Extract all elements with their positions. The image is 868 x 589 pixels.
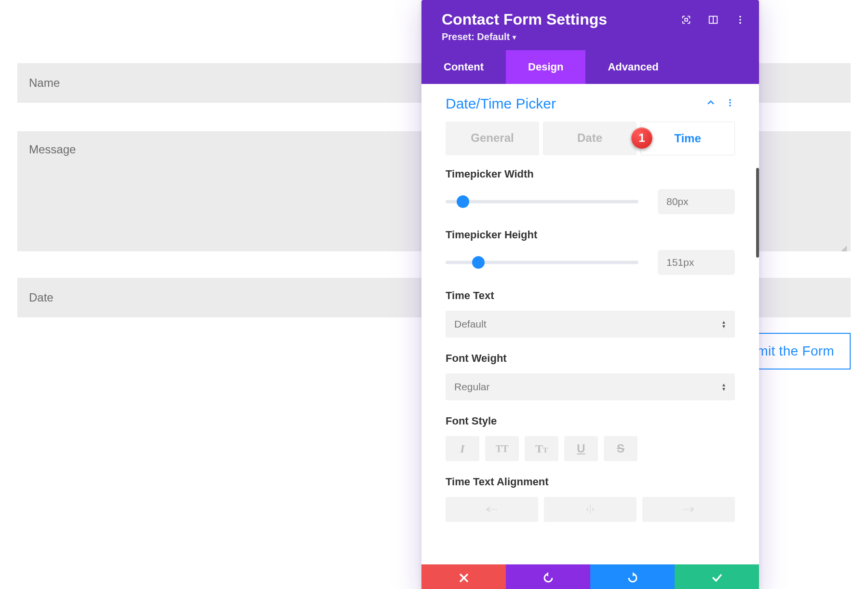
align-left-button[interactable] [446, 497, 538, 522]
value-timepicker-width[interactable]: 80px [658, 189, 735, 214]
font-style-uppercase-button[interactable]: TT [485, 436, 519, 461]
tab-advanced[interactable]: Advanced [585, 50, 680, 84]
scrollbar-thumb[interactable] [756, 168, 759, 258]
subtab-general[interactable]: General [446, 122, 539, 155]
tab-label: Content [444, 61, 484, 73]
select-caret-icon: ▲▼ [721, 383, 726, 391]
undo-button[interactable] [506, 564, 590, 589]
main-tabs: Content Design Advanced [421, 50, 759, 84]
check-icon [711, 572, 723, 586]
panel-header: Contact Form Settings Preset: Default ▾ [421, 0, 759, 50]
font-style-strikethrough-button[interactable]: S [604, 436, 637, 461]
select-value: Default [454, 318, 487, 330]
more-icon[interactable] [735, 14, 746, 25]
tab-label: Design [528, 61, 563, 73]
name-placeholder: Name [29, 76, 60, 90]
panel-footer [421, 564, 759, 589]
save-button[interactable] [675, 564, 759, 589]
svg-point-6 [729, 99, 731, 101]
redo-button[interactable] [590, 564, 675, 589]
value-text: 80px [666, 196, 689, 207]
columns-icon[interactable] [708, 14, 719, 25]
redo-icon [627, 572, 638, 586]
label-text-alignment: Time Text Alignment [446, 476, 735, 488]
section-title: Date/Time Picker [446, 96, 556, 112]
date-placeholder: Date [29, 291, 54, 304]
cancel-button[interactable] [421, 564, 506, 589]
font-style-underline-button[interactable]: U [564, 436, 598, 461]
field-font-weight: Font Weight Regular ▲▼ [446, 352, 735, 400]
settings-scroll-area: Timepicker Width 80px Timepicker Height [421, 168, 759, 536]
align-right-button[interactable] [642, 497, 735, 522]
svg-point-3 [739, 16, 741, 18]
svg-point-8 [729, 105, 731, 107]
submit-label: mit the Form [757, 343, 834, 358]
select-font-weight[interactable]: Regular ▲▼ [446, 373, 735, 400]
subtab-label: Date [577, 131, 602, 144]
svg-rect-0 [685, 18, 688, 21]
field-font-style: Font Style I TT TT U S [446, 415, 735, 461]
label-font-weight: Font Weight [446, 352, 735, 365]
caret-down-icon: ▾ [513, 33, 516, 41]
annotation-badge: 1 [631, 127, 652, 149]
slider-timepicker-width[interactable] [446, 197, 638, 206]
svg-point-5 [739, 22, 741, 24]
close-icon [458, 572, 470, 586]
chevron-up-icon[interactable] [706, 98, 716, 110]
tab-label: Advanced [608, 61, 658, 73]
select-time-text[interactable]: Default ▲▼ [446, 311, 735, 338]
subtab-time[interactable]: 1 Time [640, 122, 735, 155]
settings-panel: Contact Form Settings Preset: Default ▾ [421, 0, 759, 589]
slider-thumb[interactable] [457, 195, 469, 208]
field-timepicker-height: Timepicker Height 151px [446, 229, 735, 275]
textarea-resize-handle[interactable] [841, 242, 848, 248]
align-center-button[interactable] [544, 497, 637, 522]
undo-icon [542, 572, 554, 586]
preset-label: Preset: Default [442, 31, 510, 42]
expand-icon[interactable] [681, 14, 692, 25]
field-text-alignment: Time Text Alignment [446, 476, 735, 522]
select-caret-icon: ▲▼ [721, 320, 726, 329]
badge-text: 1 [638, 131, 645, 145]
slider-thumb[interactable] [472, 256, 485, 269]
label-font-style: Font Style [446, 415, 735, 427]
field-timepicker-width: Timepicker Width 80px [446, 168, 735, 214]
tab-design[interactable]: Design [506, 50, 585, 84]
subtab-label: Time [674, 132, 701, 145]
message-placeholder: Message [29, 143, 76, 156]
label-timepicker-height: Timepicker Height [446, 229, 735, 241]
value-text: 151px [666, 257, 694, 268]
label-timepicker-width: Timepicker Width [446, 168, 735, 180]
svg-point-4 [739, 19, 741, 21]
value-timepicker-height[interactable]: 151px [658, 250, 735, 275]
font-style-smallcaps-button[interactable]: TT [525, 436, 558, 461]
tab-content[interactable]: Content [421, 50, 506, 84]
section-more-icon[interactable] [725, 98, 735, 110]
field-time-text: Time Text Default ▲▼ [446, 289, 735, 338]
font-style-italic-button[interactable]: I [446, 436, 479, 461]
panel-body: Date/Time Picker General Date [421, 84, 759, 564]
panel-title: Contact Form Settings [442, 11, 681, 28]
subtab-date[interactable]: Date [543, 122, 637, 155]
label-time-text: Time Text [446, 289, 735, 302]
slider-timepicker-height[interactable] [446, 258, 638, 267]
section-header[interactable]: Date/Time Picker [421, 84, 759, 122]
subtabs: General Date 1 Time [446, 122, 735, 155]
preset-dropdown[interactable]: Preset: Default ▾ [442, 31, 681, 42]
svg-point-7 [729, 102, 731, 104]
select-value: Regular [454, 381, 490, 393]
subtab-label: General [471, 131, 514, 144]
